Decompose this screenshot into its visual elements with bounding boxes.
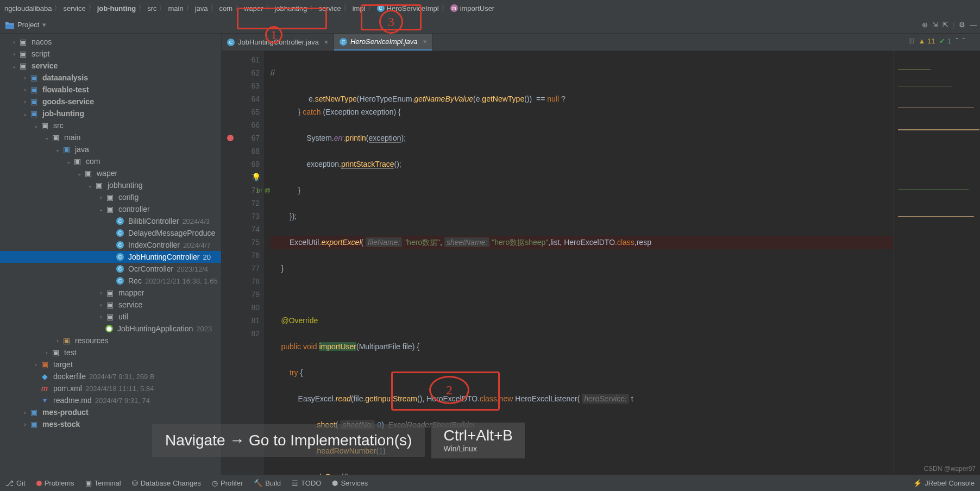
- tree-item[interactable]: ⌄▣waper: [0, 167, 221, 179]
- collapse-all-icon[interactable]: ⇱: [943, 21, 948, 29]
- reader-mode-icon[interactable]: 👁̸: [909, 37, 914, 45]
- action-name: Navigate → Go to Implementation(s): [152, 424, 425, 457]
- crumb[interactable]: impl: [353, 4, 366, 12]
- tree-item[interactable]: COcrController2023/12/4: [0, 263, 221, 275]
- breadcrumb: ngcloudalibaba〉 service〉 job-hunting〉 sr…: [0, 0, 980, 16]
- crumb-method[interactable]: mimportUser: [450, 4, 495, 12]
- db-changes-tool[interactable]: ⛁ Database Changes: [132, 479, 201, 487]
- tree-item[interactable]: CDelayedMessageProduce: [0, 227, 221, 239]
- breakpoint-icon[interactable]: [227, 135, 234, 141]
- tree-item[interactable]: ⌄▣java: [0, 143, 221, 155]
- services-tool[interactable]: ⬢ Services: [332, 479, 368, 487]
- inspection-widget[interactable]: 👁̸ ▲ 11 ✔ 1 ˆ ˇ: [909, 37, 965, 45]
- tree-item[interactable]: ⌄▣main: [0, 131, 221, 143]
- minimap[interactable]: [893, 51, 980, 475]
- locate-icon[interactable]: ⊕: [922, 21, 928, 29]
- prev-highlight-icon[interactable]: ˆ: [956, 37, 958, 45]
- tree-item[interactable]: ›▣target: [0, 358, 221, 370]
- terminal-tool[interactable]: ▣ Terminal: [85, 479, 121, 487]
- tree-item[interactable]: ›▣flowable-test: [0, 84, 221, 96]
- tree-item[interactable]: ›▣mes-product: [0, 406, 221, 418]
- next-highlight-icon[interactable]: ˇ: [963, 37, 965, 45]
- tree-item[interactable]: ›▣nacos: [0, 36, 221, 48]
- tree-item[interactable]: ›▣goods-service: [0, 96, 221, 108]
- jrebel-tool[interactable]: ⚡ JRebel Console: [913, 479, 975, 487]
- bottom-toolbar: ⎇ Git Problems ▣ Terminal ⛁ Database Cha…: [0, 475, 980, 491]
- tree-item[interactable]: ›▣util: [0, 311, 221, 323]
- crumb[interactable]: job-hunting: [97, 4, 136, 12]
- crumb[interactable]: jobhunting: [275, 4, 307, 12]
- method-icon: m: [450, 4, 458, 12]
- code-editor[interactable]: // e.setNewType(HeroTypeEnum.getNameByVa…: [264, 51, 893, 475]
- close-icon[interactable]: ×: [324, 39, 328, 46]
- tree-item[interactable]: CIndexController2024/4/7: [0, 239, 221, 251]
- editor-tabs: CJobHuntingController.java× CHeroService…: [222, 34, 980, 51]
- tree-item[interactable]: ⌄▣jobhunting: [0, 179, 221, 191]
- tree-item-selected[interactable]: CJobHuntingController20: [0, 251, 221, 263]
- crumb[interactable]: src: [147, 4, 156, 12]
- tab-jobhunting-controller[interactable]: CJobHuntingController.java×: [222, 34, 334, 51]
- tree-item[interactable]: ›▣test: [0, 347, 221, 358]
- problems-tool[interactable]: Problems: [36, 479, 74, 487]
- tree-item[interactable]: CBilibliController2024/4/3: [0, 215, 221, 227]
- profiler-tool[interactable]: ◷ Profiler: [212, 479, 243, 487]
- project-view-selector[interactable]: Project ▾: [2, 21, 49, 29]
- close-icon[interactable]: ×: [423, 38, 426, 46]
- project-tree[interactable]: ›▣nacos ›▣script ⌄▣service ›▣dataanalysi…: [0, 34, 222, 475]
- class-icon: C: [377, 4, 385, 12]
- tree-item[interactable]: ◆dockerfile2024/4/7 9:31, 269 B: [0, 370, 221, 382]
- shortcut-key: Ctrl+Alt+B Win/Linux: [431, 423, 525, 458]
- crumb-class[interactable]: CHeroServiceImpl: [377, 4, 439, 12]
- tree-item[interactable]: ⌄▣src: [0, 119, 221, 131]
- crumb[interactable]: service: [63, 4, 85, 12]
- key-promoter-popup: Navigate → Go to Implementation(s) Ctrl+…: [152, 423, 525, 458]
- tree-item[interactable]: ⌄▣service: [0, 60, 221, 72]
- gutter[interactable]: 61 62 63 64 65 66 67 68 69 💡70 o↑ @71 72…: [222, 51, 264, 475]
- crumb[interactable]: service: [319, 4, 341, 12]
- ok-badge[interactable]: ✔ 1: [939, 37, 951, 45]
- class-icon: C: [227, 39, 235, 46]
- tree-item[interactable]: ▾readme.md2024/4/7 9:31, 74: [0, 394, 221, 406]
- git-tool[interactable]: ⎇ Git: [5, 479, 26, 487]
- tree-item[interactable]: ›▣service: [0, 299, 221, 311]
- tree-item[interactable]: ›▣dataanalysis: [0, 72, 221, 84]
- crumb[interactable]: ngcloudalibaba: [4, 4, 52, 12]
- tree-item[interactable]: ⬤JobHuntingApplication2023: [0, 323, 221, 335]
- project-toolbar: Project ▾ ⊕ ⇲ ⇱ | ⚙ —: [0, 16, 980, 34]
- tree-item[interactable]: ⌄▣com: [0, 155, 221, 167]
- crumb[interactable]: java: [195, 4, 208, 12]
- expand-all-icon[interactable]: ⇲: [932, 21, 938, 29]
- intention-bulb-icon[interactable]: 💡: [252, 171, 261, 184]
- tree-item[interactable]: mpom.xml2024/4/18 11:11, 5.84: [0, 382, 221, 394]
- tree-item[interactable]: ⌄▣job-hunting: [0, 108, 221, 119]
- tree-item[interactable]: ›▣script: [0, 48, 221, 60]
- build-tool[interactable]: 🔨 Build: [254, 479, 281, 487]
- crumb[interactable]: main: [168, 4, 183, 12]
- crumb[interactable]: com: [219, 4, 233, 12]
- tree-item[interactable]: ›▣mapper: [0, 287, 221, 299]
- project-icon: [5, 21, 14, 29]
- tree-item[interactable]: ›▣resources: [0, 335, 221, 347]
- warnings-badge[interactable]: ▲ 11: [919, 37, 935, 45]
- tree-item[interactable]: ⌄▣controller: [0, 203, 221, 215]
- hide-icon[interactable]: —: [970, 21, 977, 29]
- todo-tool[interactable]: ☲ TODO: [292, 479, 321, 487]
- tree-item[interactable]: ›▣config: [0, 191, 221, 203]
- class-icon: C: [340, 38, 347, 46]
- watermark: CSDN @waper97: [924, 465, 976, 473]
- settings-icon[interactable]: ⚙: [959, 21, 965, 29]
- crumb[interactable]: waper: [244, 4, 263, 12]
- tree-item[interactable]: CRec2023/12/21 16:38, 1.65: [0, 275, 221, 287]
- tab-hero-service-impl[interactable]: CHeroServiceImpl.java×: [334, 34, 433, 51]
